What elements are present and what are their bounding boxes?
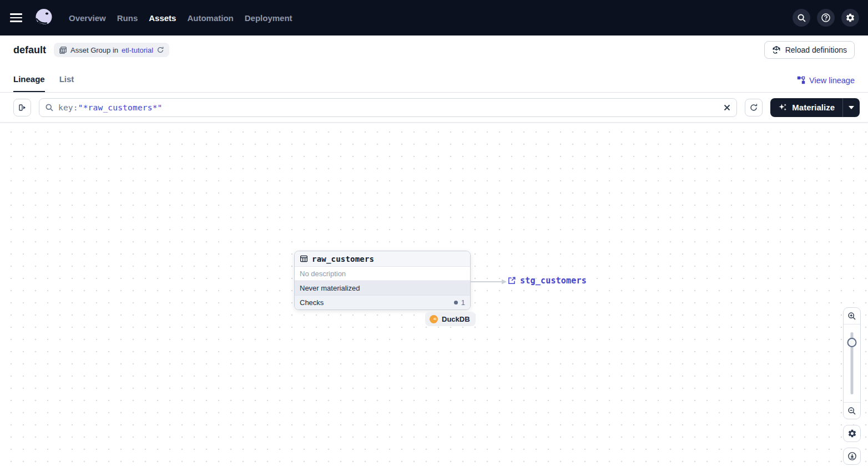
- duckdb-icon: [429, 314, 438, 324]
- asset-node-description: No description: [295, 267, 470, 281]
- clear-search-button[interactable]: [723, 104, 731, 111]
- reload-definitions-button[interactable]: Reload definitions: [764, 41, 855, 59]
- nav-link-automation[interactable]: Automation: [187, 13, 233, 23]
- circle-arrow-down-icon: [847, 451, 857, 461]
- checks-count: 1: [461, 298, 465, 307]
- lineage-toolbar: key:"*raw_customers*" Materialize: [0, 93, 868, 123]
- search-key-value: "*raw_customers*": [78, 103, 163, 112]
- nav-search-button[interactable]: [793, 9, 810, 27]
- downstream-asset-link[interactable]: stg_customers: [507, 276, 587, 286]
- refresh-graph-button[interactable]: [745, 99, 763, 116]
- check-status-dot: [454, 301, 458, 304]
- materialize-label: Materialize: [792, 103, 835, 112]
- graph-settings-button[interactable]: [843, 425, 861, 442]
- materialize-button[interactable]: Materialize: [770, 98, 842, 117]
- page-header: default Asset Group in etl-tutorial Relo…: [0, 35, 868, 64]
- materialize-dropdown-button[interactable]: [843, 98, 860, 117]
- zoom-in-button[interactable]: [844, 308, 860, 324]
- recenter-view-button[interactable]: [843, 448, 861, 465]
- close-icon: [723, 104, 731, 111]
- asset-group-repo-link[interactable]: etl-tutorial: [122, 46, 153, 54]
- search-icon: [45, 103, 54, 112]
- asset-node-raw-customers[interactable]: raw_customers No description Never mater…: [294, 251, 471, 310]
- asset-node-checks-row: Checks 1: [295, 295, 470, 309]
- hamburger-icon: [10, 13, 22, 15]
- code-location-icon: [772, 45, 781, 54]
- primary-nav: Overview Runs Assets Automation Deployme…: [69, 13, 292, 23]
- lineage-canvas[interactable]: raw_customers No description Never mater…: [0, 123, 868, 471]
- search-icon: [797, 13, 806, 23]
- zoom-out-button[interactable]: [844, 402, 860, 419]
- materialize-split-button: Materialize: [770, 98, 860, 117]
- help-icon: [821, 13, 831, 23]
- sync-status-icon[interactable]: [157, 46, 164, 54]
- gear-icon: [847, 429, 857, 438]
- asset-group-icon: [59, 46, 67, 54]
- nav-link-assets[interactable]: Assets: [149, 13, 176, 23]
- table-icon: [300, 255, 308, 263]
- kind-badge-duckdb[interactable]: DuckDB: [425, 312, 476, 326]
- asset-node-header: raw_customers: [295, 251, 470, 267]
- view-tabs: Lineage List View lineage: [0, 64, 868, 93]
- nav-link-overview[interactable]: Overview: [69, 13, 106, 23]
- zoom-controls: [843, 307, 861, 419]
- zoom-out-icon: [847, 407, 856, 415]
- checks-label: Checks: [300, 298, 324, 307]
- tab-lineage[interactable]: Lineage: [13, 74, 45, 92]
- dagster-logo-icon[interactable]: [33, 7, 54, 28]
- lineage-icon: [797, 76, 806, 85]
- search-key-prefix: key:: [58, 103, 78, 112]
- nav-help-button[interactable]: [817, 9, 835, 27]
- gear-icon: [845, 13, 855, 23]
- asset-search-input[interactable]: key:"*raw_customers*": [39, 98, 737, 117]
- tab-list[interactable]: List: [59, 74, 74, 92]
- hamburger-menu-button[interactable]: [10, 9, 28, 27]
- sparkle-icon: [778, 103, 788, 112]
- top-nav: Overview Runs Assets Automation Deployme…: [0, 0, 868, 35]
- chevron-down-icon: [849, 106, 854, 109]
- panel-expand-icon: [18, 103, 27, 112]
- page-title: default: [13, 44, 46, 56]
- nav-link-runs[interactable]: Runs: [117, 13, 138, 23]
- nav-settings-button[interactable]: [841, 9, 859, 27]
- external-link-icon: [507, 276, 516, 285]
- zoom-in-icon: [847, 312, 856, 321]
- asset-group-label: Asset Group in: [70, 46, 118, 54]
- panel-toggle-button[interactable]: [13, 99, 31, 116]
- nav-link-deployment[interactable]: Deployment: [245, 13, 292, 23]
- asset-node-title: raw_customers: [312, 255, 374, 263]
- asset-group-badge: Asset Group in etl-tutorial: [54, 43, 169, 57]
- zoom-slider[interactable]: [844, 324, 860, 402]
- sync-icon: [749, 103, 758, 112]
- view-lineage-link[interactable]: View lineage: [797, 76, 855, 92]
- asset-node-status: Never materialized: [295, 281, 470, 295]
- lineage-edge-arrow: [471, 277, 507, 286]
- zoom-slider-handle[interactable]: [847, 338, 857, 347]
